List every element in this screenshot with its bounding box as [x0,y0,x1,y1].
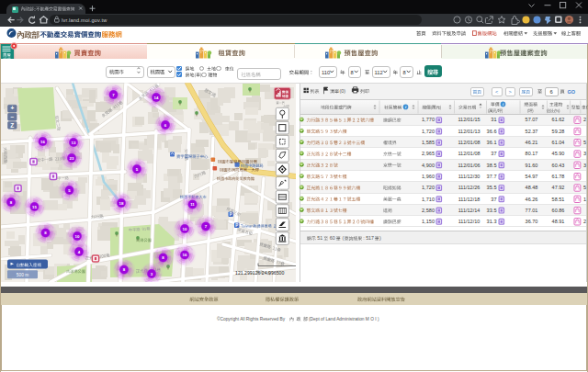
svg-text:61.04: 61.04 [552,140,565,145]
svg-text:31: 31 [491,117,496,122]
svg-text:+: + [10,105,14,111]
svg-text:15: 15 [32,205,37,209]
svg-text:1,960: 1,960 [422,174,435,179]
svg-text:1: 1 [583,197,586,202]
svg-text:77.01: 77.01 [526,208,538,213]
svg-text:2,580: 2,580 [422,208,435,213]
svg-text:47.92: 47.92 [552,185,565,190]
svg-text:112/01/13: 112/01/13 [458,129,480,134]
svg-text:111/12/14: 111/12/14 [458,208,481,213]
svg-text:10: 10 [75,234,80,239]
svg-text:13: 13 [72,141,76,145]
svg-text:10: 10 [183,227,187,231]
svg-text:<: < [495,89,498,95]
svg-text:lvr.land.moi.gov.tw: lvr.land.moi.gov.tw [62,17,107,23]
svg-text:Z: Z [10,122,14,129]
svg-text:37: 37 [491,151,496,156]
svg-text:111/12/18: 111/12/18 [458,197,481,202]
svg-text:37.7: 37.7 [487,174,497,179]
svg-text:2: 2 [583,219,586,224]
svg-text:61.78: 61.78 [552,174,565,179]
svg-text:54.97: 54.97 [526,174,538,179]
svg-text:46.21: 46.21 [526,140,538,145]
svg-text:36.1: 36.1 [487,140,497,145]
svg-text:8: 8 [403,70,406,75]
svg-text:5: 5 [583,185,586,190]
svg-text:(Dept of Land Administration M: (Dept of Land Administration M O I ) [309,317,379,321]
svg-text:2,965: 2,965 [422,151,435,156]
svg-text:16: 16 [183,253,187,257]
svg-text:500 m: 500 m [17,273,28,277]
svg-text:8: 8 [351,70,354,75]
svg-text:1,150: 1,150 [422,219,435,224]
svg-text:57.07: 57.07 [526,117,538,122]
svg-text:16: 16 [40,140,45,144]
svg-text:©Copyright All Rights Reserved: ©Copyright All Rights Reserved By [217,316,286,321]
svg-text:112/01/08: 112/01/08 [458,151,480,156]
svg-text:110: 110 [322,70,330,75]
svg-text:121.299126 24.996500: 121.299126 24.996500 [235,270,284,276]
svg-text:46.26: 46.26 [526,197,538,202]
svg-text:4,900: 4,900 [422,163,435,168]
svg-text:(: ( [343,235,345,241]
svg-text:36.6: 36.6 [487,129,497,134]
svg-text:−: − [10,114,14,120]
svg-text:60.86: 60.86 [552,208,565,213]
svg-text:52.37: 52.37 [526,129,538,134]
svg-text:): ) [379,235,381,241]
svg-text:48.91: 48.91 [552,219,565,224]
svg-text:58.51: 58.51 [552,197,565,202]
svg-text:P: P [235,223,238,228]
svg-text:60.43: 60.43 [552,163,565,168]
svg-text:11: 11 [190,202,195,207]
svg-text:(0): (0) [340,88,346,94]
svg-text:51: 51 [317,235,322,241]
svg-text:38.5: 38.5 [487,163,497,168]
svg-text:59.28: 59.28 [552,129,565,134]
svg-text:2: 2 [583,117,586,122]
svg-text:48.48: 48.48 [526,185,538,190]
svg-text:6: 6 [549,89,552,95]
svg-text:18: 18 [119,201,124,206]
svg-text:60: 60 [330,235,335,241]
svg-text:>: > [509,89,512,95]
svg-text:80.17: 80.17 [526,151,538,156]
svg-text:: 517: : 517 [363,235,374,241]
svg-text:37: 37 [491,197,496,202]
svg-text:1,710: 1,710 [422,197,435,202]
svg-text:1,720: 1,720 [422,129,435,134]
svg-text:14: 14 [154,96,159,100]
svg-text:33.5: 33.5 [487,208,497,213]
svg-text:P: P [230,212,232,217]
svg-text:112/01/08: 112/01/08 [458,140,480,145]
svg-text:GO: GO [568,89,576,95]
svg-text:111/12/10: 111/12/10 [458,219,481,224]
svg-text:112/01/06: 112/01/06 [458,163,480,168]
svg-text:5: 5 [583,140,586,145]
svg-text:61.62: 61.62 [552,117,565,122]
svg-text:111/12/30: 111/12/30 [458,174,481,179]
svg-text:3: 3 [583,163,586,168]
svg-text:36.70: 36.70 [526,219,538,224]
svg-text:111/12/26: 111/12/26 [458,185,481,190]
svg-text:31.3: 31.3 [487,219,497,224]
svg-text:1,720: 1,720 [422,185,435,190]
svg-text:45.90: 45.90 [552,151,565,156]
svg-text:3: 3 [583,151,586,156]
svg-text:35.5: 35.5 [487,185,497,190]
svg-text:91.60: 91.60 [526,163,538,168]
svg-text:23: 23 [70,156,74,161]
svg-text:1,770: 1,770 [422,117,435,122]
svg-text:112/01/15: 112/01/15 [458,117,480,122]
svg-text:112: 112 [375,70,383,75]
svg-text:1,585: 1,585 [422,140,435,145]
